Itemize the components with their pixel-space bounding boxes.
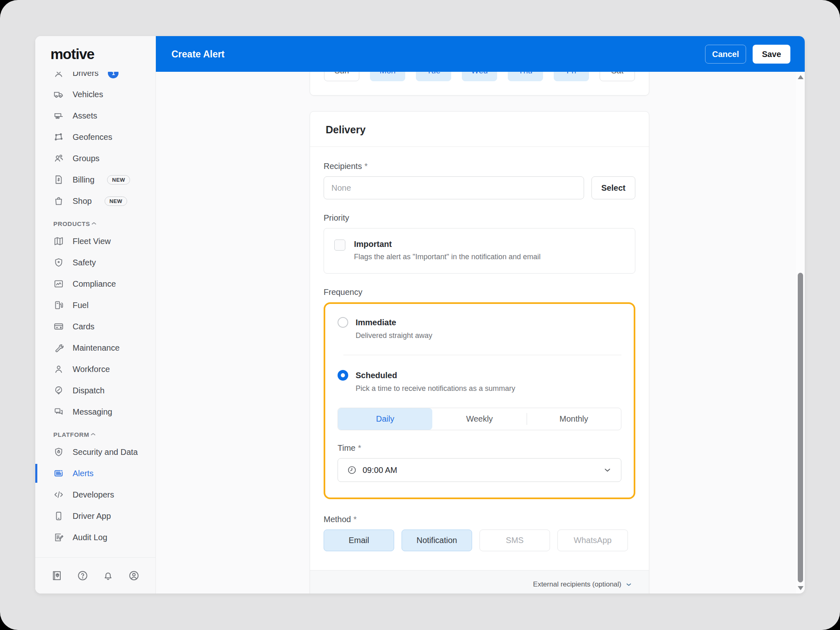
chat-bubbles-icon bbox=[53, 406, 64, 417]
sidebar-item-cards[interactable]: Cards bbox=[35, 316, 155, 337]
day-button-fri[interactable]: Fri bbox=[554, 72, 589, 81]
active-indicator bbox=[35, 464, 37, 483]
chevron-up-icon[interactable] bbox=[90, 220, 98, 227]
frequency-label: Frequency bbox=[324, 288, 635, 297]
tab-daily[interactable]: Daily bbox=[338, 408, 432, 430]
section-label: PRODUCTS bbox=[53, 220, 90, 227]
account-icon[interactable] bbox=[128, 570, 140, 582]
sidebar: Drivers 1 Vehicles Assets Geofences bbox=[35, 36, 156, 593]
sidebar-item-workforce[interactable]: Workforce bbox=[35, 358, 155, 380]
method-notification-button[interactable]: Notification bbox=[402, 530, 472, 551]
map-icon bbox=[53, 236, 64, 247]
sidebar-section-platform[interactable]: PLATFORM bbox=[35, 427, 155, 441]
sidebar-item-dispatch[interactable]: Dispatch bbox=[35, 380, 155, 401]
day-button-mon[interactable]: Mon bbox=[370, 72, 405, 81]
fuel-pump-icon bbox=[53, 300, 64, 310]
sidebar-item-security-and-data[interactable]: Security and Data bbox=[35, 441, 155, 463]
tab-weekly[interactable]: Weekly bbox=[432, 408, 527, 430]
immediate-title: Immediate bbox=[356, 318, 396, 327]
chevron-up-icon[interactable] bbox=[89, 431, 97, 438]
sidebar-item-billing[interactable]: Billing NEW bbox=[35, 169, 155, 190]
bell-icon[interactable] bbox=[102, 570, 114, 582]
important-checkbox[interactable] bbox=[334, 240, 345, 251]
person-icon bbox=[53, 364, 64, 374]
immediate-option[interactable]: Immediate bbox=[338, 317, 621, 328]
scroll-down-arrow[interactable] bbox=[798, 586, 803, 590]
truck-icon bbox=[53, 89, 64, 100]
new-badge: NEW bbox=[105, 196, 128, 206]
chevron-down-icon bbox=[625, 581, 632, 588]
save-button[interactable]: Save bbox=[753, 45, 790, 64]
required-asterisk: * bbox=[354, 515, 357, 524]
schedule-days-card: Sun Mon Tue Wed Thu Fri Sat bbox=[310, 72, 649, 96]
desktop-background: Drivers 1 Vehicles Assets Geofences bbox=[0, 0, 840, 630]
new-badge: NEW bbox=[107, 175, 130, 185]
sidebar-item-label: Dispatch bbox=[73, 386, 105, 395]
divider bbox=[527, 413, 527, 425]
sidebar-item-developers[interactable]: Developers bbox=[35, 484, 155, 505]
geofence-icon bbox=[53, 132, 64, 142]
time-select[interactable]: 09:00 AM bbox=[338, 458, 621, 482]
cancel-button[interactable]: Cancel bbox=[705, 45, 746, 64]
sidebar-item-vehicles[interactable]: Vehicles bbox=[35, 84, 155, 105]
scrollbar[interactable] bbox=[796, 72, 805, 593]
sidebar-section-products[interactable]: PRODUCTS bbox=[35, 217, 155, 231]
method-label: Method* bbox=[324, 515, 635, 524]
day-button-sun[interactable]: Sun bbox=[324, 72, 359, 81]
sidebar-item-groups[interactable]: Groups bbox=[35, 148, 155, 169]
recipients-input[interactable] bbox=[324, 176, 584, 199]
sidebar-item-fuel[interactable]: Fuel bbox=[35, 294, 155, 316]
sidebar-item-label: Vehicles bbox=[73, 90, 103, 99]
sidebar-item-label: Geofences bbox=[73, 132, 112, 142]
method-email-button[interactable]: Email bbox=[324, 530, 394, 551]
sidebar-item-fleet-view[interactable]: Fleet View bbox=[35, 231, 155, 252]
shield-icon bbox=[53, 257, 64, 268]
method-sms-button[interactable]: SMS bbox=[479, 530, 550, 551]
sidebar-item-geofences[interactable]: Geofences bbox=[35, 126, 155, 148]
day-button-tue[interactable]: Tue bbox=[416, 72, 451, 81]
sidebar-item-label: Driver App bbox=[73, 511, 111, 521]
sidebar-item-label: Developers bbox=[73, 490, 114, 500]
scheduled-title: Scheduled bbox=[356, 371, 397, 380]
time-label: Time* bbox=[338, 443, 621, 453]
sidebar-item-label: Fuel bbox=[73, 301, 89, 310]
sidebar-item-label: Alerts bbox=[73, 469, 94, 478]
scrollbar-thumb[interactable] bbox=[798, 273, 803, 582]
sidebar-item-shop[interactable]: Shop NEW bbox=[35, 190, 155, 212]
sidebar-item-alerts[interactable]: Alerts bbox=[35, 463, 155, 484]
sidebar-item-audit-log[interactable]: Audit Log bbox=[35, 527, 155, 548]
priority-option-box: Important Flags the alert as "Important"… bbox=[324, 228, 635, 274]
sidebar-item-messaging[interactable]: Messaging bbox=[35, 401, 155, 422]
sidebar-item-maintenance[interactable]: Maintenance bbox=[35, 337, 155, 358]
sidebar-item-assets[interactable]: Assets bbox=[35, 105, 155, 126]
dispatch-pin-icon bbox=[53, 385, 64, 396]
method-whatsapp-button[interactable]: WhatsApp bbox=[557, 530, 628, 551]
compliance-chart-icon bbox=[53, 278, 64, 289]
sidebar-item-label: Assets bbox=[73, 111, 97, 121]
select-recipients-button[interactable]: Select bbox=[591, 176, 635, 199]
shop-bag-icon bbox=[53, 196, 64, 206]
sidebar-footer bbox=[35, 557, 155, 593]
day-button-thu[interactable]: Thu bbox=[508, 72, 543, 81]
scheduled-option[interactable]: Scheduled bbox=[338, 370, 621, 381]
sidebar-item-safety[interactable]: Safety bbox=[35, 252, 155, 273]
day-button-sat[interactable]: Sat bbox=[600, 72, 635, 81]
code-icon bbox=[53, 489, 64, 500]
important-description: Flags the alert as "Important" in the no… bbox=[354, 253, 541, 261]
scroll-up-arrow[interactable] bbox=[798, 75, 803, 79]
external-recipients-toggle[interactable]: External recipients (optional) bbox=[310, 570, 649, 593]
topbar: Create Alert Cancel Save bbox=[156, 36, 805, 72]
main-content: Sun Mon Tue Wed Thu Fri Sat Delivery Rec… bbox=[156, 72, 805, 593]
important-title: Important bbox=[354, 240, 541, 249]
sidebar-item-compliance[interactable]: Compliance bbox=[35, 273, 155, 294]
tab-monthly[interactable]: Monthly bbox=[527, 408, 621, 430]
day-button-wed[interactable]: Wed bbox=[462, 72, 497, 81]
immediate-radio[interactable] bbox=[338, 317, 348, 328]
scheduled-radio[interactable] bbox=[338, 370, 348, 381]
directory-icon[interactable] bbox=[51, 570, 63, 582]
help-icon[interactable] bbox=[77, 570, 89, 582]
time-value: 09:00 AM bbox=[363, 466, 397, 475]
sidebar-item-driver-app[interactable]: Driver App bbox=[35, 505, 155, 527]
sidebar-item-label: Compliance bbox=[73, 279, 116, 289]
method-toggle-group: Email Notification SMS WhatsApp bbox=[324, 530, 635, 551]
